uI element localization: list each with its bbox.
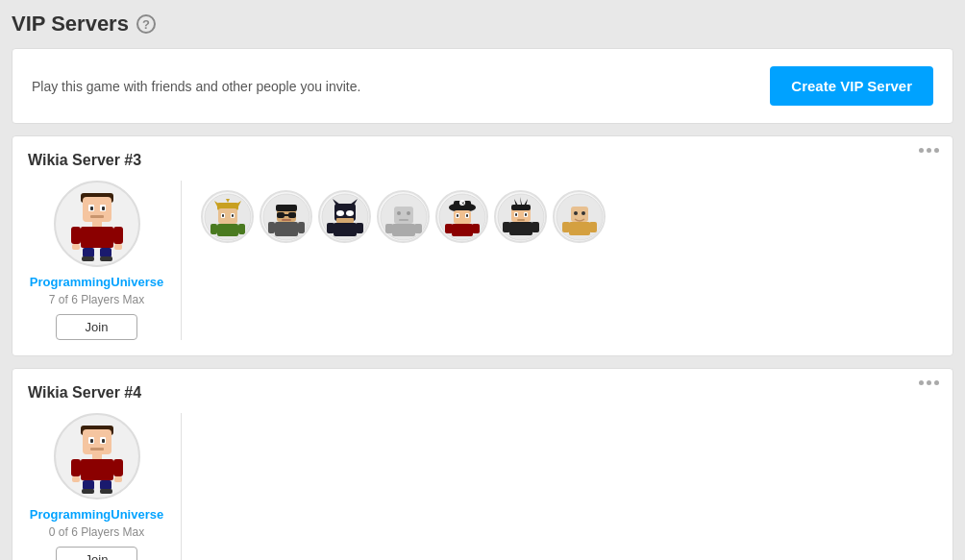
svg-rect-80 — [525, 213, 527, 216]
svg-rect-26 — [232, 214, 234, 217]
player-avatar — [377, 190, 430, 243]
svg-rect-46 — [336, 218, 354, 223]
dot — [927, 148, 931, 153]
svg-rect-13 — [83, 248, 94, 257]
svg-point-87 — [574, 211, 578, 215]
dot — [934, 148, 939, 153]
svg-point-88 — [581, 211, 585, 215]
svg-rect-11 — [113, 227, 123, 244]
svg-rect-70 — [472, 224, 480, 233]
dot — [934, 380, 939, 385]
svg-rect-89 — [569, 222, 590, 235]
svg-rect-51 — [394, 207, 413, 224]
players-col-3: ✕ — [182, 181, 606, 243]
player-avatar — [318, 190, 371, 243]
player-avatar — [201, 190, 254, 243]
svg-rect-7 — [92, 222, 102, 227]
svg-rect-67 — [466, 214, 468, 217]
owner-avatar-4 — [54, 413, 140, 499]
svg-rect-10 — [72, 244, 80, 250]
svg-rect-97 — [102, 439, 105, 443]
svg-rect-83 — [503, 222, 510, 232]
owner-name-3[interactable]: ProgrammingUniverse — [30, 275, 163, 289]
player-count-3: 7 of 6 Players Max — [49, 293, 144, 306]
svg-rect-76 — [511, 205, 531, 210]
svg-point-45 — [346, 210, 354, 216]
svg-rect-14 — [82, 256, 94, 261]
page-title: VIP Servers — [12, 12, 129, 37]
svg-rect-100 — [81, 459, 113, 480]
svg-point-44 — [336, 210, 344, 216]
create-vip-button[interactable]: Create VIP Server — [770, 66, 933, 106]
help-icon[interactable]: ? — [136, 14, 156, 34]
dot — [927, 380, 931, 385]
dot — [919, 148, 924, 153]
svg-rect-27 — [217, 224, 238, 236]
svg-rect-81 — [517, 219, 525, 221]
player-avatar: ✕ — [435, 190, 488, 243]
server-card-3: Wikia Server #3 — [12, 135, 953, 356]
info-banner: Play this game with friends and other pe… — [12, 48, 953, 124]
player-avatar — [260, 190, 312, 243]
svg-rect-4 — [90, 207, 93, 210]
svg-rect-6 — [90, 215, 104, 218]
svg-rect-16 — [100, 256, 112, 261]
svg-rect-66 — [457, 214, 458, 217]
svg-rect-15 — [100, 248, 111, 257]
dot — [919, 380, 924, 385]
dots-menu-server4[interactable] — [919, 380, 939, 385]
svg-rect-106 — [82, 489, 94, 494]
svg-rect-47 — [334, 223, 357, 236]
svg-rect-108 — [100, 489, 112, 494]
svg-rect-104 — [114, 476, 122, 482]
server-name-4: Wikia Server #4 — [28, 384, 937, 402]
owner-name-4[interactable]: ProgrammingUniverse — [30, 507, 163, 522]
svg-rect-39 — [298, 222, 305, 233]
player-count-4: 0 of 6 Players Max — [49, 525, 144, 539]
svg-rect-84 — [532, 222, 539, 232]
join-button-4[interactable]: Join — [56, 547, 138, 560]
svg-rect-56 — [385, 224, 393, 233]
svg-rect-54 — [399, 219, 408, 221]
svg-rect-105 — [83, 480, 94, 490]
svg-rect-98 — [90, 448, 104, 450]
svg-rect-90 — [562, 222, 570, 232]
svg-rect-48 — [327, 223, 334, 233]
players-col-4 — [182, 413, 201, 423]
svg-rect-12 — [114, 244, 122, 250]
svg-rect-29 — [238, 224, 245, 234]
svg-rect-9 — [71, 227, 81, 244]
server-owner-col-3: ProgrammingUniverse 7 of 6 Players Max J… — [28, 181, 182, 340]
svg-point-52 — [397, 211, 401, 215]
dots-menu-server3[interactable] — [919, 148, 939, 153]
svg-rect-93 — [83, 429, 111, 454]
svg-rect-68 — [452, 224, 473, 236]
svg-rect-99 — [92, 454, 102, 459]
svg-rect-86 — [571, 207, 588, 222]
banner-text: Play this game with friends and other pe… — [32, 79, 360, 94]
svg-rect-96 — [90, 439, 93, 443]
svg-rect-8 — [81, 227, 113, 248]
svg-rect-91 — [589, 222, 597, 232]
svg-rect-79 — [515, 213, 517, 216]
svg-rect-55 — [392, 224, 415, 236]
svg-rect-1 — [83, 197, 111, 222]
svg-rect-5 — [102, 207, 105, 210]
svg-rect-36 — [282, 219, 291, 221]
join-button-3[interactable]: Join — [56, 314, 138, 340]
svg-rect-25 — [222, 214, 224, 217]
svg-rect-38 — [268, 222, 275, 233]
server-name-3: Wikia Server #3 — [28, 152, 937, 169]
svg-rect-101 — [71, 459, 81, 476]
svg-rect-103 — [113, 459, 123, 476]
svg-rect-107 — [100, 480, 111, 490]
svg-rect-49 — [356, 223, 363, 233]
svg-rect-102 — [72, 476, 80, 482]
svg-rect-33 — [277, 212, 285, 218]
player-avatar — [494, 190, 547, 243]
server-owner-col-4: ProgrammingUniverse 0 of 6 Players Max J… — [28, 413, 182, 560]
svg-rect-32 — [276, 205, 297, 211]
server-card-4: Wikia Server #4 — [12, 368, 953, 560]
svg-rect-35 — [285, 214, 288, 216]
svg-rect-34 — [288, 212, 296, 218]
